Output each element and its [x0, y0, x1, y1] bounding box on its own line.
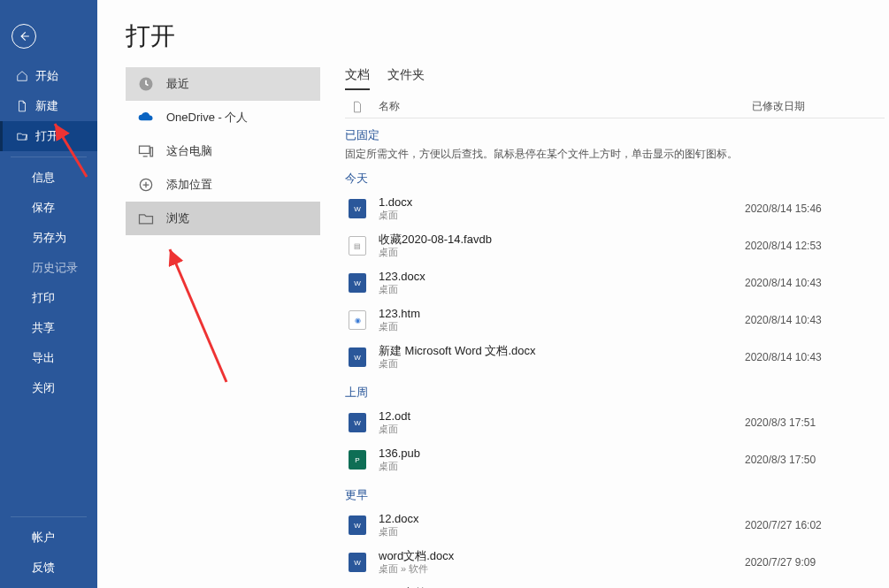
file-area: 文档 文件夹 名称 已修改日期 已固定 固定所需文件，方便以后查找。鼠标悬停在某…	[345, 67, 885, 588]
file-row[interactable]: W新建 Microsoft Word 文档.docx桌面2020/8/14 10…	[345, 339, 878, 376]
sidebar-item-share[interactable]: 共享	[0, 313, 97, 343]
file-name: 123.htm	[379, 307, 745, 321]
home-icon	[16, 70, 28, 82]
sidebar-item-saveas[interactable]: 另存为	[0, 223, 97, 253]
file-type-icon: W	[345, 413, 370, 432]
location-label: 添加位置	[166, 177, 212, 193]
file-date: 2020/8/3 17:50	[745, 454, 878, 466]
sidebar-item-save[interactable]: 保存	[0, 193, 97, 223]
page-title: 打开	[97, 0, 889, 69]
pinned-hint: 固定所需文件，方便以后查找。鼠标悬停在某个文件上方时，单击显示的图钉图标。	[345, 147, 878, 162]
sidebar-label: 开始	[35, 68, 58, 84]
divider	[11, 157, 87, 157]
sidebar-label: 保存	[32, 200, 55, 216]
file-name: 123.docx	[379, 270, 745, 284]
open-page: 打开 最近 OneDrive - 个人 这台电脑	[97, 0, 889, 588]
group-title: 更早	[345, 487, 878, 503]
col-date[interactable]: 已修改日期	[752, 99, 885, 114]
file-location: 桌面	[379, 424, 745, 436]
location-thispc[interactable]: 这台电脑	[126, 134, 320, 168]
file-name: 收藏2020-08-14.favdb	[379, 233, 745, 247]
group-pinned-title: 已固定	[345, 127, 878, 143]
addplace-icon	[136, 175, 156, 195]
location-label: OneDrive - 个人	[166, 111, 248, 125]
sidebar-item-info[interactable]: 信息	[0, 163, 97, 193]
file-row[interactable]: W123.docx桌面2020/8/14 10:43	[345, 264, 878, 302]
file-row[interactable]: ▤收藏2020-08-14.favdb桌面2020/8/14 12:53	[345, 227, 878, 264]
sidebar-label: 导出	[32, 350, 55, 366]
back-button[interactable]	[11, 24, 36, 49]
clock-icon	[136, 74, 156, 94]
svg-rect-1	[140, 146, 150, 153]
sidebar-item-home[interactable]: 开始	[0, 61, 97, 91]
file-type-icon: ▤	[345, 236, 370, 256]
file-row[interactable]: Wword文档.docx桌面 » 软件2020/7/27 9:09	[345, 544, 878, 581]
location-addplace[interactable]: 添加位置	[126, 168, 320, 202]
file-date: 2020/8/14 12:53	[745, 240, 878, 252]
location-onedrive[interactable]: OneDrive - 个人	[126, 101, 320, 134]
file-row[interactable]: P136.pub桌面2020/8/3 17:50	[345, 441, 878, 478]
sidebar-item-print[interactable]: 打印	[0, 283, 97, 313]
sidebar-label: 新建	[35, 98, 58, 114]
file-date: 2020/7/27 9:09	[745, 556, 878, 569]
sidebar-label: 信息	[32, 170, 55, 186]
file-date: 2020/8/14 10:43	[745, 277, 878, 289]
sidebar-item-history[interactable]: 历史记录	[0, 253, 97, 283]
location-recent[interactable]: 最近	[126, 67, 320, 101]
sidebar-item-close[interactable]: 关闭	[0, 373, 97, 403]
file-type-icon: W	[345, 347, 370, 367]
file-type-icon: W	[345, 273, 370, 293]
file-name: 136.pub	[379, 447, 745, 461]
file-type-icon: W	[345, 515, 370, 535]
sidebar-item-new[interactable]: 新建	[0, 91, 97, 121]
file-date: 2020/8/14 10:43	[745, 351, 878, 363]
file-type-icon: ◉	[345, 310, 370, 330]
file-location: 桌面	[379, 284, 745, 296]
file-location: 桌面 » 软件	[379, 563, 745, 576]
file-location: 桌面	[379, 247, 745, 259]
file-type-icon: W	[345, 553, 370, 572]
divider	[11, 516, 87, 517]
location-label: 这台电脑	[166, 143, 212, 159]
file-list-scroll[interactable]: 已固定 固定所需文件，方便以后查找。鼠标悬停在某个文件上方时，单击显示的图钉图标…	[345, 118, 885, 588]
file-type-icon: W	[345, 199, 370, 218]
sidebar-label: 关闭	[32, 380, 55, 396]
tab-folders[interactable]: 文件夹	[387, 67, 425, 90]
file-name: 1.docx	[379, 195, 745, 210]
group-title: 今天	[345, 171, 878, 187]
file-row[interactable]: W12.docx桌面2020/7/27 16:02	[345, 507, 878, 544]
file-name: 12.docx	[379, 512, 745, 526]
file-name: 新建 Microsoft Word 文档.docx	[379, 344, 745, 358]
filter-tabs: 文档 文件夹	[345, 67, 885, 90]
file-location: 桌面	[379, 461, 745, 473]
group-title: 上周	[345, 385, 878, 401]
file-location: 桌面	[379, 321, 745, 333]
sidebar-item-feedback[interactable]: 反馈	[0, 553, 97, 583]
sidebar-item-account[interactable]: 帐户	[0, 523, 97, 553]
sidebar-item-export[interactable]: 导出	[0, 343, 97, 373]
backstage-sidebar: 开始 新建 打开 信息 保存 另存为 历史记录 打印 共享 导出 关闭 帐户 反…	[0, 0, 97, 588]
file-row[interactable]: W1.docx桌面2020/8/14 15:46	[345, 190, 878, 227]
tab-documents[interactable]: 文档	[345, 67, 370, 90]
file-date: 2020/8/14 10:43	[745, 314, 878, 326]
pc-icon	[136, 141, 156, 161]
sidebar-item-open[interactable]: 打开	[0, 121, 97, 151]
sidebar-label: 共享	[32, 320, 55, 336]
file-date: 2020/8/3 17:51	[745, 416, 878, 429]
location-browse[interactable]: 浏览	[126, 202, 320, 235]
sidebar-group-bottom: 帐户 反馈	[0, 511, 97, 583]
onedrive-icon	[136, 108, 156, 127]
file-list-header: 名称 已修改日期	[345, 99, 885, 118]
file-name: word文档.docx	[379, 549, 745, 563]
file-row[interactable]: ◉123.htm桌面2020/8/14 10:43	[345, 302, 878, 339]
file-icon	[345, 101, 370, 113]
sidebar-group-mid: 信息 保存 另存为 历史记录 打印 共享 导出 关闭	[0, 163, 97, 403]
file-row[interactable]: Wword文档.docx桌面2020/7/25 17:03	[345, 581, 878, 588]
sidebar-label: 另存为	[32, 230, 66, 246]
file-row[interactable]: W12.odt桌面2020/8/3 17:51	[345, 404, 878, 441]
file-location: 桌面	[379, 526, 745, 538]
file-name: 12.odt	[379, 409, 745, 424]
col-name[interactable]: 名称	[370, 99, 752, 114]
file-date: 2020/7/27 16:02	[745, 519, 878, 531]
sidebar-label: 历史记录	[32, 260, 78, 276]
